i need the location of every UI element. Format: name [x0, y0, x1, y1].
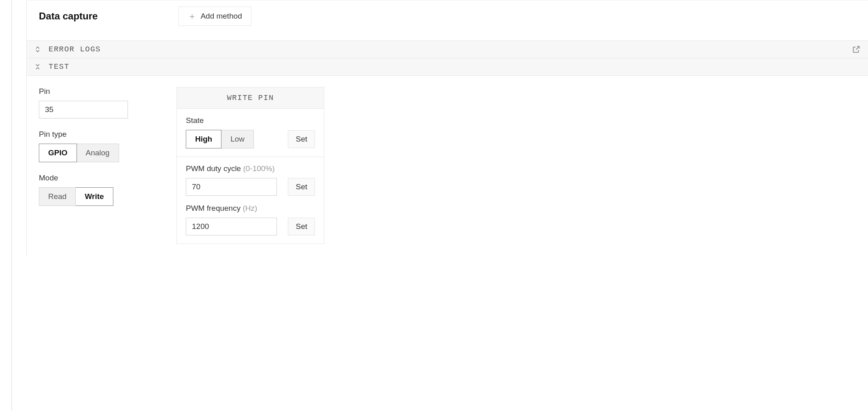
- pin-type-field: Pin type GPIO Analog: [39, 130, 128, 162]
- left-rail-indicator: [11, 0, 12, 255]
- pwm-freq-field: PWM frequency (Hz) Set: [186, 204, 315, 235]
- state-set-button[interactable]: Set: [288, 130, 315, 148]
- pin-type-gpio-button[interactable]: GPIO: [39, 144, 77, 162]
- pin-field: Pin: [39, 87, 128, 119]
- test-left-column: Pin Pin type GPIO Analog Mode Read Write: [39, 87, 128, 206]
- state-toggle: High Low: [186, 130, 254, 148]
- pin-label: Pin: [39, 87, 128, 96]
- pwm-duty-set-button[interactable]: Set: [288, 178, 315, 196]
- write-pin-title: WRITE PIN: [177, 87, 324, 109]
- collapse-toggle-icon: [34, 46, 41, 53]
- main-panel: Data capture ＋ Add method ERROR LOGS: [26, 0, 868, 255]
- external-link-icon[interactable]: [852, 45, 861, 54]
- pwm-freq-input[interactable]: [186, 218, 277, 235]
- pin-type-toggle: GPIO Analog: [39, 144, 119, 162]
- write-pin-panel: WRITE PIN State High Low Set PWM duty cy…: [177, 87, 324, 244]
- pwm-freq-hint: (Hz): [243, 204, 257, 212]
- pwm-duty-label: PWM duty cycle (0-100%): [186, 164, 315, 173]
- error-logs-bar[interactable]: ERROR LOGS: [27, 40, 868, 58]
- pin-type-analog-button[interactable]: Analog: [77, 144, 119, 162]
- pwm-freq-label: PWM frequency (Hz): [186, 204, 315, 213]
- pin-input[interactable]: [39, 101, 128, 119]
- mode-field: Mode Read Write: [39, 174, 128, 206]
- add-method-label: Add method: [200, 12, 242, 21]
- state-low-button[interactable]: Low: [221, 130, 254, 148]
- plus-icon: ＋: [188, 12, 196, 20]
- error-logs-label: ERROR LOGS: [49, 45, 101, 54]
- state-section: State High Low Set: [177, 109, 324, 157]
- pwm-duty-field: PWM duty cycle (0-100%) Set: [186, 164, 315, 196]
- pwm-section: PWM duty cycle (0-100%) Set PWM frequenc…: [177, 157, 324, 244]
- pwm-duty-hint: (0-100%): [243, 164, 274, 173]
- test-bar[interactable]: TEST: [27, 58, 868, 76]
- mode-read-button[interactable]: Read: [39, 187, 76, 206]
- expand-toggle-icon: [34, 63, 41, 70]
- pwm-duty-input[interactable]: [186, 178, 277, 196]
- state-label: State: [186, 116, 315, 125]
- test-content: Pin Pin type GPIO Analog Mode Read Write…: [27, 76, 868, 255]
- pwm-duty-label-text: PWM duty cycle: [186, 164, 243, 173]
- pwm-freq-set-button[interactable]: Set: [288, 218, 315, 235]
- data-capture-section: Data capture ＋ Add method: [27, 0, 868, 40]
- pwm-freq-label-text: PWM frequency: [186, 204, 243, 212]
- add-method-button[interactable]: ＋ Add method: [179, 6, 251, 26]
- state-high-button[interactable]: High: [186, 130, 221, 148]
- pin-type-label: Pin type: [39, 130, 128, 139]
- test-section-label: TEST: [49, 62, 70, 71]
- mode-toggle: Read Write: [39, 187, 113, 206]
- mode-write-button[interactable]: Write: [76, 187, 113, 206]
- data-capture-title: Data capture: [39, 11, 98, 22]
- mode-label: Mode: [39, 174, 128, 182]
